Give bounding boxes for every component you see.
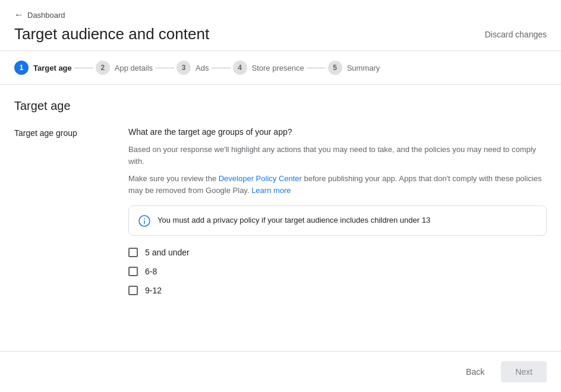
- info-icon: [138, 215, 150, 227]
- step-2-number: 2: [96, 61, 110, 75]
- step-4-store-presence[interactable]: 4 Store presence: [233, 61, 304, 75]
- svg-rect-1: [144, 220, 145, 224]
- info-text: You must add a privacy policy if your ta…: [157, 214, 430, 226]
- checkbox-9-12[interactable]: 9-12: [128, 286, 547, 295]
- checkbox-6-8[interactable]: 6-8: [128, 267, 547, 276]
- form-content: What are the target age groups of your a…: [128, 127, 547, 295]
- footer: Back Next: [0, 351, 561, 392]
- discard-changes-button[interactable]: Discard changes: [485, 30, 547, 39]
- step-5-label: Summary: [347, 64, 380, 72]
- checkbox-5-under-label: 5 and under: [145, 248, 190, 257]
- stepper: 1 Target age 2 App details 3 Ads 4 Store…: [0, 51, 561, 85]
- back-arrow-icon: ←: [14, 10, 24, 20]
- back-to-dashboard[interactable]: ← Dashboard: [14, 10, 547, 20]
- step-4-label: Store presence: [252, 64, 304, 72]
- main-content: Target age Target age group What are the…: [0, 85, 561, 351]
- svg-point-2: [144, 219, 145, 220]
- checkbox-5-and-under[interactable]: 5 and under: [128, 248, 547, 257]
- step-2-app-details[interactable]: 2 App details: [96, 61, 153, 75]
- step-5-summary[interactable]: 5 Summary: [328, 61, 380, 75]
- dashboard-link-label: Dashboard: [27, 11, 65, 20]
- description-1: Based on your response we'll highlight a…: [128, 144, 547, 167]
- next-button[interactable]: Next: [501, 361, 547, 382]
- step-connector-1: [74, 68, 93, 68]
- step-1-label: Target age: [33, 64, 72, 72]
- back-button[interactable]: Back: [456, 362, 494, 381]
- step-connector-2: [155, 68, 174, 68]
- developer-policy-center-link[interactable]: Developer Policy Center: [219, 174, 302, 183]
- step-1-number: 1: [14, 61, 29, 75]
- step-3-number: 3: [177, 61, 191, 75]
- step-connector-3: [212, 68, 231, 68]
- step-1-target-age[interactable]: 1 Target age: [14, 61, 72, 75]
- description-2: Make sure you review the Developer Polic…: [128, 173, 547, 196]
- step-2-label: App details: [115, 64, 153, 72]
- step-5-number: 5: [328, 61, 342, 75]
- page-title: Target audience and content: [14, 25, 209, 43]
- checkbox-5-under-box[interactable]: [128, 248, 138, 257]
- form-label: Target age group: [14, 127, 109, 295]
- question-title: What are the target age groups of your a…: [128, 127, 547, 137]
- step-connector-4: [307, 68, 326, 68]
- learn-more-link[interactable]: Learn more: [251, 186, 291, 195]
- step-3-label: Ads: [196, 64, 209, 72]
- step-4-number: 4: [233, 61, 247, 75]
- checkbox-group: 5 and under 6-8 9-12: [128, 248, 547, 295]
- section-title: Target age: [14, 99, 547, 113]
- checkbox-6-8-label: 6-8: [145, 267, 157, 276]
- checkbox-6-8-box[interactable]: [128, 267, 138, 276]
- form-row: Target age group What are the target age…: [14, 127, 547, 295]
- checkbox-9-12-label: 9-12: [145, 286, 162, 295]
- desc2-prefix: Make sure you review the: [128, 174, 219, 183]
- info-box: You must add a privacy policy if your ta…: [128, 206, 547, 236]
- checkbox-9-12-box[interactable]: [128, 286, 138, 295]
- step-3-ads[interactable]: 3 Ads: [177, 61, 209, 75]
